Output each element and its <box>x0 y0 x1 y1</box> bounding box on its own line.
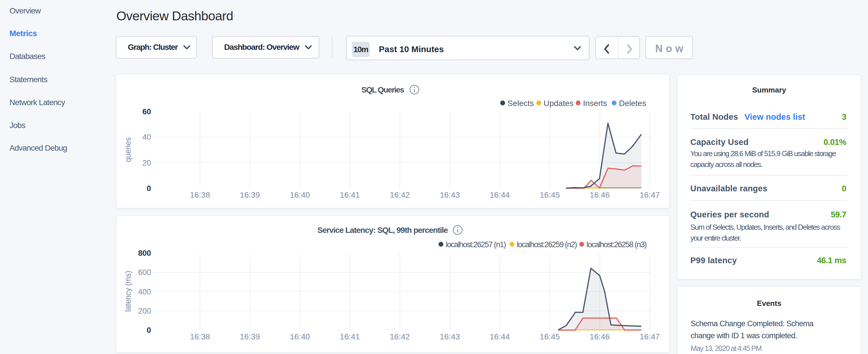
svg-text:0: 0 <box>147 184 151 193</box>
svg-text:SQL Queries: SQL Queries <box>361 85 404 94</box>
svg-text:16:38: 16:38 <box>190 190 210 199</box>
svg-text:16:44: 16:44 <box>490 332 510 341</box>
svg-text:Service Latency: SQL, 99th per: Service Latency: SQL, 99th percentile <box>317 226 448 234</box>
svg-text:800: 800 <box>138 249 151 257</box>
svg-text:16:47: 16:47 <box>640 332 660 341</box>
svg-text:16:46: 16:46 <box>590 332 610 341</box>
svg-text:16:44: 16:44 <box>490 190 510 199</box>
svg-text:60: 60 <box>143 107 151 116</box>
svg-text:16:45: 16:45 <box>539 332 560 341</box>
svg-text:Inserts: Inserts <box>583 99 607 108</box>
svg-text:0: 0 <box>147 326 151 334</box>
svg-text:localhost:26257 (n1): localhost:26257 (n1) <box>446 240 506 249</box>
svg-text:16:39: 16:39 <box>240 332 260 341</box>
svg-text:16:40: 16:40 <box>290 332 310 341</box>
svg-text:16:38: 16:38 <box>190 332 210 341</box>
svg-text:latency (ms): latency (ms) <box>124 271 132 312</box>
svg-text:Deletes: Deletes <box>619 99 646 108</box>
svg-text:20: 20 <box>143 159 151 167</box>
svg-text:Updates: Updates <box>544 99 574 108</box>
svg-text:16:45: 16:45 <box>539 190 560 199</box>
svg-text:400: 400 <box>138 288 151 296</box>
svg-text:16:42: 16:42 <box>390 332 410 341</box>
svg-text:16:41: 16:41 <box>340 190 360 199</box>
svg-text:16:47: 16:47 <box>640 190 660 199</box>
svg-text:16:41: 16:41 <box>340 332 360 341</box>
svg-text:16:39: 16:39 <box>240 190 260 199</box>
svg-text:16:46: 16:46 <box>590 190 610 199</box>
svg-text:localhost:26258 (n3): localhost:26258 (n3) <box>587 240 647 249</box>
svg-text:Selects: Selects <box>507 99 534 108</box>
svg-text:40: 40 <box>143 133 151 141</box>
svg-text:600: 600 <box>138 268 151 277</box>
svg-text:localhost:26259 (n2): localhost:26259 (n2) <box>517 240 577 249</box>
svg-text:16:40: 16:40 <box>290 190 310 199</box>
svg-text:queries: queries <box>124 137 132 162</box>
svg-text:16:42: 16:42 <box>390 190 410 199</box>
svg-text:200: 200 <box>138 307 151 315</box>
svg-text:16:43: 16:43 <box>440 332 460 341</box>
svg-text:16:43: 16:43 <box>440 190 460 199</box>
